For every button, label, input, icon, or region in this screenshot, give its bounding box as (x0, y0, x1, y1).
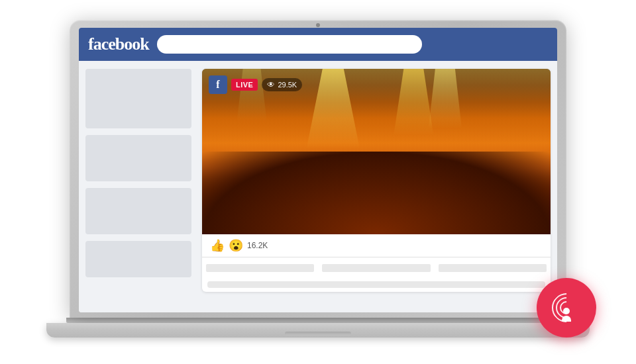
comment-input-bar[interactable] (207, 281, 545, 288)
viewer-count: 👁 29.5K (262, 78, 302, 91)
sidebar-block-1 (85, 69, 191, 128)
laptop: facebook (60, 20, 576, 344)
eye-icon: 👁 (267, 80, 275, 89)
person-body (562, 316, 571, 322)
comment-area (202, 279, 551, 292)
person-icon (562, 308, 571, 322)
like-button-bar[interactable] (206, 264, 314, 272)
live-badge-row: f LIVE 👁 29.5K (209, 75, 302, 94)
sidebar-block-3 (85, 188, 191, 234)
sidebar-block-4 (85, 241, 191, 277)
reaction-count: 16.2K (247, 241, 268, 250)
webcam-dot (316, 23, 320, 27)
facebook-logo: facebook (88, 34, 149, 54)
facebook-search-bar[interactable] (157, 35, 422, 54)
crowd-silhouette (202, 152, 551, 234)
like-emoji: 👍 (210, 240, 225, 251)
facebook-f-icon: f (209, 75, 227, 94)
screen-content: facebook (79, 28, 557, 312)
scene: facebook (0, 0, 636, 364)
stream-icon (550, 291, 583, 324)
video-area[interactable]: f LIVE 👁 29.5K (202, 69, 551, 234)
facebook-navbar: facebook (79, 28, 557, 61)
laptop-screen-bezel: facebook (70, 20, 566, 318)
reaction-bar: 👍 😮 16.2K (202, 234, 551, 257)
laptop-base (46, 323, 590, 338)
comment-button-bar[interactable] (322, 264, 430, 272)
live-tag: LIVE (231, 79, 258, 91)
facebook-main: f LIVE 👁 29.5K (79, 61, 557, 312)
person-head (563, 308, 570, 314)
laptop-hinge (66, 318, 570, 323)
facebook-feed: f LIVE 👁 29.5K (198, 61, 557, 312)
sidebar-block-2 (85, 135, 191, 181)
video-post-card: f LIVE 👁 29.5K (202, 69, 551, 292)
wow-emoji: 😮 (229, 240, 243, 251)
live-stream-badge[interactable] (537, 278, 596, 338)
share-button-bar[interactable] (439, 264, 547, 272)
post-actions (202, 257, 551, 279)
facebook-sidebar (79, 61, 198, 312)
trackpad-notch (285, 332, 351, 336)
laptop-base-container (60, 318, 576, 338)
